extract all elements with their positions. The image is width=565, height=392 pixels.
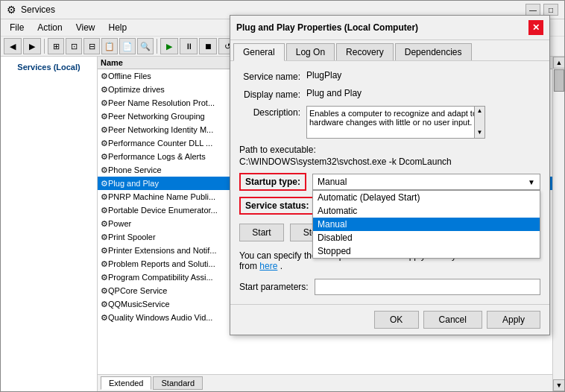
dialog-footer: OK Cancel Apply	[230, 304, 549, 335]
service-name: Quality Windows Audio Vid...	[108, 313, 212, 322]
dialog-close-button[interactable]: ✕	[528, 20, 543, 35]
start-params-input[interactable]	[315, 279, 540, 295]
dropdown-item-automatic[interactable]: Automatic	[313, 204, 540, 218]
service-icon: ⚙	[101, 313, 108, 323]
tab-logon[interactable]: Log On	[286, 43, 335, 60]
service-name: Performance Logs & Alerts	[108, 152, 206, 161]
startup-type-row: Startup type: Manual ▼ Automatic (Delaye…	[239, 173, 540, 191]
service-icon: ⚙	[101, 139, 108, 148]
tab-recovery[interactable]: Recovery	[336, 43, 394, 60]
start-params-label: Start parameters:	[239, 282, 309, 292]
main-scrollbar[interactable]: ▲ ▼	[552, 57, 564, 391]
startup-dropdown-list[interactable]: Automatic (Delayed Start) Automatic Manu…	[312, 190, 540, 259]
tab-standard[interactable]: Standard	[153, 376, 203, 390]
cancel-button[interactable]: Cancel	[423, 311, 482, 329]
toolbar-btn3[interactable]: ⊟	[83, 38, 100, 54]
dialog-content: Service name: PlugPlay Display name: Plu…	[230, 61, 549, 304]
service-name: QPCore Service	[108, 286, 167, 295]
description-row: Description: Enables a computer to recog…	[239, 106, 540, 139]
toolbar-btn1[interactable]: ⊞	[48, 38, 64, 54]
description-label: Description:	[239, 106, 306, 118]
service-name: Print Spooler	[108, 233, 156, 241]
service-status-label: Service status:	[239, 197, 315, 215]
toolbar-btn6[interactable]: 🔍	[137, 38, 154, 54]
description-value: Enables a computer to recognize and adap…	[309, 109, 477, 127]
desc-scrollbar[interactable]: ▲ ▼	[474, 107, 484, 138]
startup-current-value: Manual	[318, 177, 347, 187]
start-button[interactable]: Start	[239, 224, 284, 241]
scroll-up-button[interactable]: ▲	[553, 57, 564, 69]
title-bar-controls: — □	[525, 4, 558, 16]
toolbar-play[interactable]: ▶	[160, 38, 178, 54]
toolbar-forward[interactable]: ▶	[23, 38, 41, 54]
display-name-label: Display name:	[239, 88, 306, 100]
service-name: PNRP Machine Name Publi...	[108, 192, 215, 201]
description-text: Enables a computer to recognize and adap…	[306, 106, 485, 139]
service-name: Optimize drives	[108, 85, 165, 94]
service-name: QQMusicService	[108, 300, 170, 309]
toolbar-separator-2	[157, 39, 157, 54]
service-icon: ⚙	[101, 286, 108, 296]
service-name: Performance Counter DLL ...	[108, 139, 212, 148]
toolbar-btn2[interactable]: ⊡	[66, 38, 82, 54]
dialog-tabs: General Log On Recovery Dependencies	[230, 40, 549, 61]
toolbar-btn4[interactable]: 📋	[101, 38, 118, 54]
apply-button[interactable]: Apply	[487, 311, 540, 329]
ok-button[interactable]: OK	[374, 311, 419, 329]
scroll-down-button[interactable]: ▼	[553, 379, 564, 391]
app-icon: ⚙	[7, 4, 16, 16]
service-icon: ⚙	[101, 300, 108, 309]
toolbar-back[interactable]: ◀	[4, 38, 22, 54]
startup-type-label: Startup type:	[239, 173, 306, 191]
info-link[interactable]: here	[259, 261, 277, 271]
toolbar-btn5[interactable]: 📄	[119, 38, 136, 54]
tab-general[interactable]: General	[233, 43, 285, 61]
info-text-dot: .	[280, 261, 282, 271]
service-name-label: Service name:	[239, 70, 306, 82]
startup-select-box[interactable]: Manual ▼	[312, 174, 540, 190]
scroll-track[interactable]	[553, 69, 564, 379]
dropdown-item-auto-delayed[interactable]: Automatic (Delayed Start)	[313, 191, 540, 204]
service-name-row: Service name: PlugPlay	[239, 70, 540, 82]
toolbar-pause[interactable]: ⏸	[180, 38, 198, 54]
properties-dialog: Plug and Play Properties (Local Computer…	[230, 15, 550, 335]
dropdown-item-disabled[interactable]: Disabled	[313, 231, 540, 244]
service-icon: ⚙	[101, 233, 108, 242]
menu-view[interactable]: View	[70, 21, 101, 34]
service-name: Problem Reports and Soluti...	[108, 259, 215, 268]
menu-action[interactable]: Action	[31, 21, 68, 34]
start-params-row: Start parameters:	[239, 279, 540, 295]
service-icon: ⚙	[101, 206, 108, 215]
path-value: C:\WINDOWS\system32\svchost.exe -k DcomL…	[239, 157, 540, 167]
service-icon: ⚙	[101, 259, 108, 269]
minimize-button[interactable]: —	[525, 4, 540, 16]
service-name: Printer Extensions and Notif...	[108, 246, 217, 255]
dropdown-arrow-icon: ▼	[528, 178, 535, 186]
menu-file[interactable]: File	[4, 21, 30, 34]
toolbar-stop[interactable]: ⏹	[199, 38, 217, 54]
service-icon: ⚙	[101, 273, 108, 282]
app-title: Services	[21, 4, 521, 15]
startup-type-select[interactable]: Manual ▼ Automatic (Delayed Start) Autom…	[312, 174, 540, 190]
service-name: Plug and Play	[108, 179, 159, 188]
service-name-value: PlugPlay	[306, 70, 341, 80]
toolbar-separator-1	[44, 39, 45, 54]
scroll-thumb[interactable]	[554, 69, 564, 92]
service-name: Peer Name Resolution Prot...	[108, 98, 215, 107]
dropdown-item-manual[interactable]: Manual	[313, 218, 540, 231]
bottom-tabs: Extended Standard	[98, 374, 552, 391]
description-container: Enables a computer to recognize and adap…	[306, 106, 485, 139]
dialog-title-text: Plug and Play Properties (Local Computer…	[236, 22, 528, 33]
service-name: Phone Service	[108, 165, 162, 174]
menu-help[interactable]: Help	[103, 21, 133, 34]
service-icon: ⚙	[101, 125, 108, 135]
tab-extended[interactable]: Extended	[101, 376, 151, 390]
maximize-button[interactable]: □	[543, 4, 558, 16]
sidebar-title: Services (Local)	[17, 63, 80, 72]
tab-dependencies[interactable]: Dependencies	[395, 43, 472, 60]
service-icon: ⚙	[101, 179, 108, 189]
service-icon: ⚙	[101, 219, 108, 229]
service-icon: ⚙	[101, 112, 108, 121]
dropdown-item-stopped[interactable]: Stopped	[313, 244, 540, 258]
service-icon: ⚙	[101, 192, 108, 202]
